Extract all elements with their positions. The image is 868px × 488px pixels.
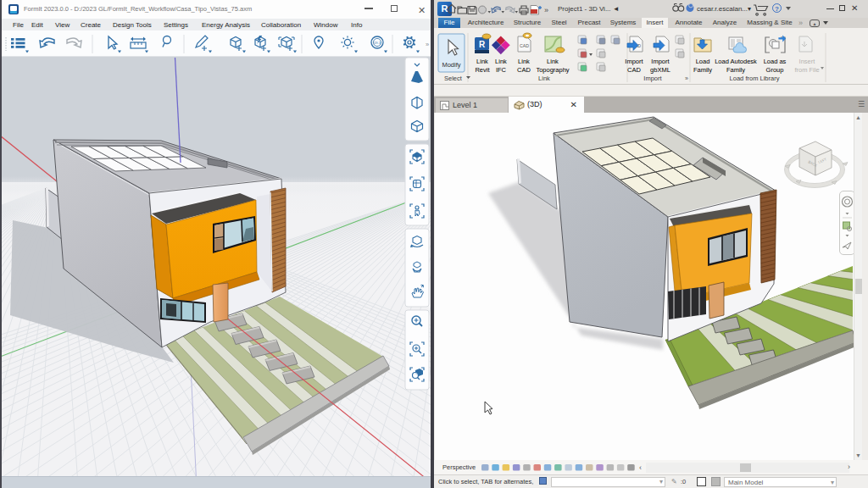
svg-text:Link: Link xyxy=(547,58,559,65)
svg-text:Link: Link xyxy=(495,58,507,65)
svg-text:Load from Library: Load from Library xyxy=(730,75,780,82)
svg-text:CAD: CAD xyxy=(627,66,641,74)
svg-text:Link: Link xyxy=(518,58,530,65)
svg-text:»: » xyxy=(685,75,688,81)
svg-text:from File: from File xyxy=(794,66,819,74)
svg-text:Link: Link xyxy=(476,58,488,65)
svg-text:19.1: 19.1 xyxy=(374,41,381,45)
svg-text:Family: Family xyxy=(693,66,712,74)
svg-text:Load as: Load as xyxy=(764,58,787,65)
svg-text:R: R xyxy=(479,40,486,49)
svg-text:Link: Link xyxy=(538,75,550,82)
svg-text:Group: Group xyxy=(766,66,784,74)
svg-text:Load Autodesk: Load Autodesk xyxy=(715,58,757,65)
svg-text:‹: ‹ xyxy=(639,463,642,472)
svg-text:»: » xyxy=(426,41,429,48)
svg-text:»: » xyxy=(544,6,548,14)
svg-text:Modify: Modify xyxy=(442,61,460,69)
svg-text:Load: Load xyxy=(696,58,710,65)
svg-text:Family: Family xyxy=(726,66,745,74)
svg-text:Import: Import xyxy=(651,58,670,65)
svg-text:gbXML: gbXML xyxy=(650,66,670,74)
svg-text:Import: Import xyxy=(625,58,643,65)
svg-text:Select: Select xyxy=(444,75,463,82)
svg-text:Import: Import xyxy=(643,75,662,82)
svg-text:Topography: Topography xyxy=(536,66,569,74)
svg-text:CAD: CAD xyxy=(520,43,529,48)
svg-text:CAD: CAD xyxy=(517,66,531,74)
svg-text:Revit: Revit xyxy=(475,66,490,74)
svg-text:IFC: IFC xyxy=(496,66,507,74)
svg-text:Insert: Insert xyxy=(799,58,816,65)
